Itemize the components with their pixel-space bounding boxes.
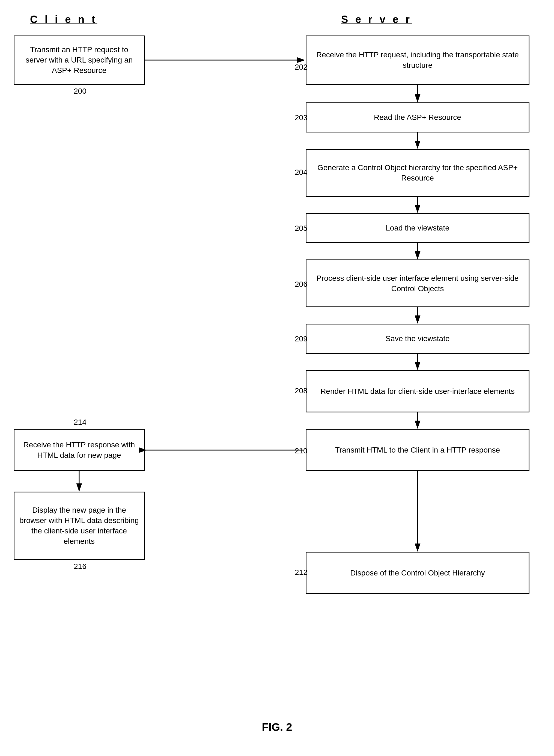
label-205: 205: [295, 224, 308, 233]
box-212: Dispose of the Control Object Hierarchy: [306, 552, 530, 594]
figure-caption: FIG. 2: [245, 721, 309, 733]
box-205: Load the viewstate: [306, 213, 530, 243]
server-header: S e r v e r: [341, 14, 412, 26]
label-208: 208: [295, 387, 308, 395]
box-208: Render HTML data for client-side user-in…: [306, 370, 530, 412]
box-209: Save the viewstate: [306, 324, 530, 354]
box-210: Transmit HTML to the Client in a HTTP re…: [306, 429, 530, 471]
box-216: Display the new page in the browser with…: [14, 492, 145, 560]
label-200: 200: [74, 87, 87, 96]
diagram-container: C l i e n t S e r v e r Transmit an HTTP…: [0, 0, 554, 756]
box-200: Transmit an HTTP request to server with …: [14, 36, 145, 85]
label-206: 206: [295, 280, 308, 289]
label-203: 203: [295, 113, 308, 122]
box-214: Receive the HTTP response with HTML data…: [14, 429, 145, 471]
box-202: Receive the HTTP request, including the …: [306, 36, 530, 85]
label-214: 214: [74, 418, 87, 426]
label-202: 202: [295, 63, 308, 71]
client-header: C l i e n t: [30, 14, 97, 26]
box-204: Generate a Control Object hierarchy for …: [306, 149, 530, 197]
box-203: Read the ASP+ Resource: [306, 102, 530, 133]
box-206: Process client-side user interface eleme…: [306, 259, 530, 307]
label-216: 216: [74, 562, 87, 571]
label-209: 209: [295, 335, 308, 343]
label-210: 210: [295, 447, 308, 455]
label-212: 212: [295, 568, 308, 577]
label-204: 204: [295, 168, 308, 177]
